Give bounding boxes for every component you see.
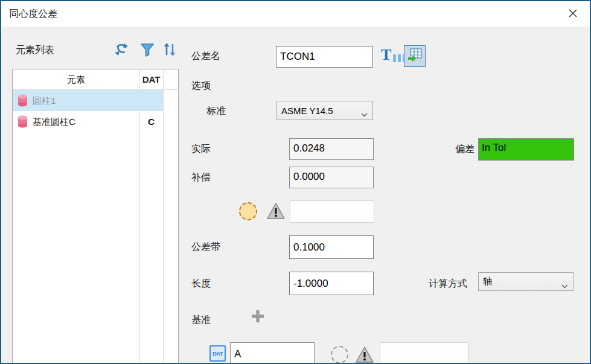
close-button[interactable]: [562, 5, 584, 23]
send-to-report-icon: [407, 47, 423, 65]
row-element-name: 圆柱1: [33, 90, 56, 111]
column-header-dat: DAT: [139, 69, 163, 89]
sort-icon: [161, 42, 178, 60]
element-table: 元素 DAT 圆柱1 基准圆柱C: [12, 69, 179, 364]
text-label-icon-button[interactable]: T: [381, 48, 406, 62]
datum-extra-field-disabled: [380, 342, 468, 364]
send-to-report-button[interactable]: [404, 45, 426, 67]
warning-icon: [356, 346, 374, 364]
column-header-element: 元素: [13, 69, 139, 89]
tolerance-zone-label: 公差带: [191, 241, 220, 254]
table-row[interactable]: 圆柱1: [13, 90, 178, 111]
text-label-icon: [393, 54, 396, 62]
row-dat-value: C: [139, 111, 163, 132]
deviation-status: In Tol: [478, 138, 574, 161]
length-input[interactable]: [289, 272, 374, 295]
plus-icon: [250, 316, 266, 326]
cylinder-icon: [18, 115, 28, 130]
tolerance-name-label: 公差名: [191, 50, 220, 63]
refresh-icon: [113, 42, 129, 60]
deviation-label: 偏差: [455, 143, 474, 156]
cylinder-icon: [18, 94, 28, 109]
standard-label: 标准: [206, 105, 226, 118]
standard-selected-value: ASME Y14.5: [281, 101, 333, 120]
tolerance-name-input[interactable]: [276, 46, 373, 68]
chevron-down-icon: [561, 280, 568, 290]
dialog-title: 同心度公差: [9, 1, 57, 27]
warning-icon: [267, 202, 285, 222]
concentricity-tolerance-dialog: 同心度公差 元素列表: [0, 0, 591, 364]
calc-method-select[interactable]: 轴: [478, 272, 573, 291]
dat-badge-icon: DAT: [209, 345, 226, 362]
add-datum-button[interactable]: [250, 308, 266, 327]
titlebar: 同心度公差: [1, 1, 590, 27]
compensation-label: 补偿: [191, 171, 211, 184]
filter-button[interactable]: [139, 42, 155, 59]
actual-label: 实际: [191, 143, 211, 156]
length-label: 长度: [191, 278, 211, 290]
close-icon: [568, 8, 578, 20]
options-label: 选项: [191, 80, 211, 92]
filter-icon: [140, 42, 155, 60]
dashed-circle-icon: [239, 202, 257, 220]
axis-value-field-disabled: [290, 200, 374, 223]
element-list-label: 元素列表: [16, 44, 54, 57]
tolerance-zone-input[interactable]: [289, 235, 374, 259]
datum-a-input[interactable]: [230, 342, 315, 364]
table-header: 元素 DAT: [13, 69, 178, 90]
calc-method-selected-value: 轴: [483, 273, 492, 290]
text-label-icon: [398, 54, 401, 62]
sort-button[interactable]: [161, 42, 179, 59]
dashed-circle-icon: [331, 346, 348, 363]
chevron-down-icon: [361, 109, 368, 119]
refresh-button[interactable]: [113, 42, 130, 59]
actual-value-field: 0.0248: [289, 138, 374, 160]
standard-select[interactable]: ASME Y14.5: [276, 101, 373, 120]
datum-label: 基准: [191, 314, 211, 327]
compensation-value-field: 0.0000: [289, 167, 374, 188]
row-element-name: 基准圆柱C: [33, 111, 75, 132]
text-label-icon: T: [381, 48, 391, 62]
table-row[interactable]: 基准圆柱C C: [13, 111, 178, 132]
calc-method-label: 计算方式: [429, 278, 467, 290]
